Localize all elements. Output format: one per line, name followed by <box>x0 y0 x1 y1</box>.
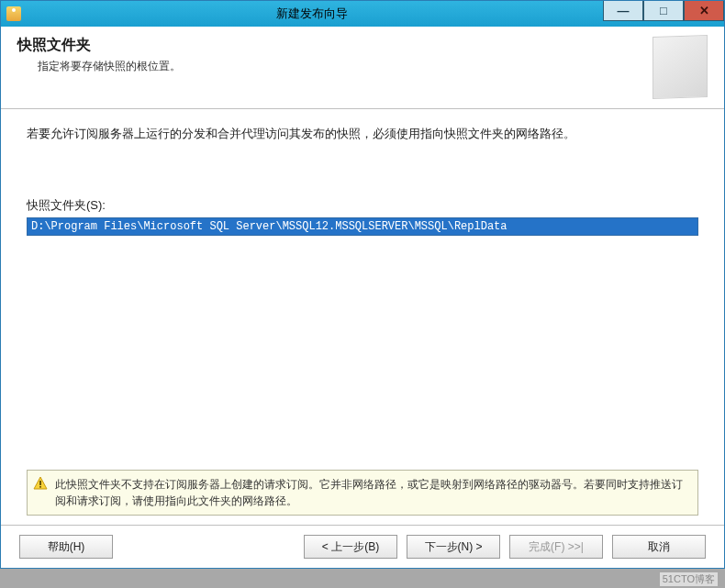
svg-rect-2 <box>39 486 41 488</box>
page-title: 快照文件夹 <box>17 36 652 55</box>
close-button[interactable]: ✕ <box>684 1 724 21</box>
minimize-button[interactable]: — <box>603 1 643 21</box>
snapshot-folder-input[interactable] <box>27 217 698 236</box>
wizard-content: 若要允许订阅服务器上运行的分发和合并代理访问其发布的快照，必须使用指向快照文件夹… <box>1 109 724 525</box>
next-button[interactable]: 下一步(N) > <box>407 535 500 559</box>
wizard-window: 新建发布向导 — □ ✕ 快照文件夹 指定将要存储快照的根位置。 若要允许订阅服… <box>0 0 725 569</box>
back-button[interactable]: < 上一步(B) <box>304 535 397 559</box>
wizard-footer: 帮助(H) < 上一步(B) 下一步(N) > 完成(F) >>| 取消 <box>1 526 724 568</box>
window-title: 新建发布向导 <box>21 6 603 22</box>
help-button[interactable]: 帮助(H) <box>19 535 113 559</box>
wizard-header: 快照文件夹 指定将要存储快照的根位置。 <box>1 27 724 109</box>
titlebar: 新建发布向导 — □ ✕ <box>1 1 724 27</box>
finish-button: 完成(F) >>| <box>509 535 603 559</box>
svg-rect-1 <box>39 481 41 485</box>
maximize-button[interactable]: □ <box>643 1 684 21</box>
window-controls: — □ ✕ <box>603 1 724 27</box>
app-icon <box>6 6 21 21</box>
warning-icon <box>33 476 48 491</box>
warning-panel: 此快照文件夹不支持在订阅服务器上创建的请求订阅。它并非网络路径，或它是映射到网络… <box>27 470 698 516</box>
watermark: 51CTO博客 <box>660 572 718 586</box>
intro-text: 若要允许订阅服务器上运行的分发和合并代理访问其发布的快照，必须使用指向快照文件夹… <box>27 126 698 142</box>
snapshot-folder-label: 快照文件夹(S): <box>27 197 698 214</box>
cancel-button[interactable]: 取消 <box>612 535 706 559</box>
header-graphic <box>652 35 708 99</box>
page-subtitle: 指定将要存储快照的根位置。 <box>38 59 652 74</box>
warning-text: 此快照文件夹不支持在订阅服务器上创建的请求订阅。它并非网络路径，或它是映射到网络… <box>55 478 683 507</box>
